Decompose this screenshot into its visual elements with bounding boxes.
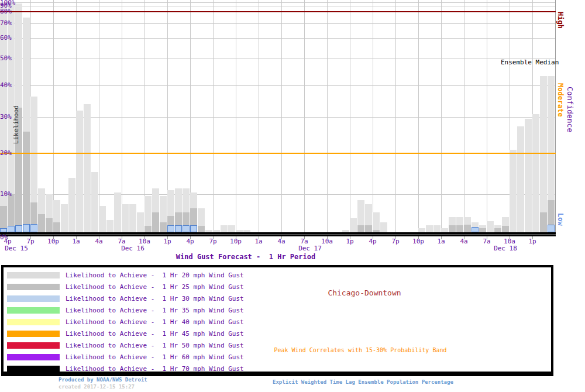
legend-swatch <box>7 354 60 360</box>
x-tick-label: 4p <box>369 238 376 245</box>
bar-25mph <box>144 226 152 232</box>
x-tick-label: 4p <box>186 238 194 245</box>
x-date-label: Dec 18 <box>494 245 517 252</box>
reference-line-80 <box>0 11 556 12</box>
v-gridline <box>213 0 214 232</box>
bar-20mph <box>525 119 532 232</box>
v-gridline <box>236 0 236 232</box>
bar-30mph <box>15 225 22 232</box>
x-tick-label: 1p <box>163 238 171 245</box>
location-label: Chicago-Downtown <box>280 288 449 297</box>
v-gridline <box>418 0 419 232</box>
y-tick-label: 80% <box>0 9 12 15</box>
bar-20mph <box>487 221 494 232</box>
x-date-label: Dec 15 <box>5 245 28 252</box>
x-date-label: Dec 16 <box>121 245 144 252</box>
plot-right-spine <box>555 0 556 232</box>
bar-20mph <box>76 111 83 232</box>
y-axis-label: Likelihood <box>12 105 20 144</box>
legend-row: Likelihood to Achieve - 1 Hr 35 mph Wind… <box>4 305 551 317</box>
legend-label: Likelihood to Achieve - 1 Hr 30 mph Wind… <box>66 295 244 302</box>
bar-30mph <box>8 226 15 232</box>
bar-20mph <box>99 206 106 232</box>
bar-25mph <box>357 225 364 232</box>
bar-20mph <box>532 114 539 232</box>
bar-25mph <box>502 226 509 232</box>
y-tick-label: 40% <box>0 82 12 88</box>
bar-25mph <box>46 218 53 232</box>
footer-method-note: Explicit Weighted Time Lag Ensemble Popu… <box>273 379 453 385</box>
legend-box: Likelihood to Achieve - 1 Hr 20 mph Wind… <box>1 265 553 376</box>
bar-20mph <box>517 126 524 232</box>
h-gridline <box>0 85 556 86</box>
x-axis-baseline <box>0 235 556 236</box>
bar-25mph <box>198 226 205 232</box>
wind-gust-forecast-page: { "chart_data": { "type": "bar", "title"… <box>0 0 585 392</box>
x-tick-label: 10p <box>47 238 59 245</box>
bar-20mph <box>441 228 448 232</box>
x-tick-label: 1a <box>72 238 80 245</box>
x-tick-label: 4a <box>277 238 285 245</box>
bar-20mph <box>373 212 380 232</box>
bar-20mph <box>540 76 547 232</box>
chart-title: Wind Gust Forecast - 1 Hr Period <box>0 253 491 261</box>
x-tick-label: 7a <box>483 238 490 245</box>
h-gridline <box>0 6 556 6</box>
x-tick-label: 7p <box>391 238 399 245</box>
confidence-low-label: Low <box>556 213 565 226</box>
v-gridline <box>281 0 282 232</box>
bar-20mph <box>228 225 235 232</box>
legend-label: Likelihood to Achieve - 1 Hr 45 mph Wind… <box>66 330 244 338</box>
bar-25mph <box>494 228 501 232</box>
x-tick-label: 1a <box>437 238 445 245</box>
v-gridline <box>373 0 373 232</box>
confidence-high-label: High <box>556 12 565 29</box>
y-tick-label: 0% <box>0 235 8 240</box>
legend-swatch <box>7 284 60 290</box>
bar-20mph <box>129 204 136 232</box>
bar-20mph <box>114 192 121 232</box>
v-gridline <box>350 0 350 232</box>
bar-30mph <box>167 225 174 232</box>
x-date-label: Dec 17 <box>298 245 322 252</box>
legend-label: Likelihood to Achieve - 1 Hr 40 mph Wind… <box>66 318 244 326</box>
legend-swatch <box>7 307 60 314</box>
bar-30mph <box>183 225 190 232</box>
legend-row: Likelihood to Achieve - 1 Hr 45 mph Wind… <box>4 328 551 340</box>
bar-25mph <box>540 212 547 232</box>
x-tick-label: 10p <box>230 238 242 245</box>
bar-30mph <box>23 224 30 232</box>
legend-row: Likelihood to Achieve - 1 Hr 20 mph Wind… <box>4 270 551 281</box>
legend-row: Likelihood to Achieve - 1 Hr 30 mph Wind… <box>4 293 551 305</box>
v-gridline <box>304 0 305 232</box>
bar-20mph <box>91 172 98 232</box>
h-gridline <box>0 38 556 39</box>
bar-20mph <box>84 104 91 232</box>
legend-swatch <box>7 319 60 325</box>
bar-30mph <box>190 225 197 232</box>
bar-20mph <box>426 225 433 232</box>
legend-label: Likelihood to Achieve - 1 Hr 35 mph Wind… <box>66 307 244 314</box>
y-tick-label: 60% <box>0 35 12 41</box>
v-gridline <box>441 0 442 232</box>
legend-row: Likelihood to Achieve - 1 Hr 60 mph Wind… <box>4 352 551 363</box>
bar-20mph <box>380 222 387 232</box>
v-gridline <box>395 0 396 232</box>
bar-25mph <box>464 225 471 232</box>
legend-row: Likelihood to Achieve - 1 Hr 40 mph Wind… <box>4 317 551 328</box>
bar-25mph <box>160 222 167 232</box>
x-tick-label: 1p <box>528 238 536 245</box>
peak-wind-note: Peak Wind Correlates with 15-30% Probabi… <box>226 347 495 353</box>
bar-25mph <box>456 225 463 232</box>
reference-line-20 <box>0 153 556 154</box>
y-tick-label: 70% <box>0 20 12 26</box>
ensemble-median-label: Ensemble Median <box>501 59 559 66</box>
bar-25mph <box>38 214 45 232</box>
legend-label: Likelihood to Achieve - 1 Hr 25 mph Wind… <box>66 283 244 291</box>
legend-swatch <box>7 331 60 337</box>
x-tick-label: 10a <box>321 238 333 245</box>
bar-20mph <box>350 218 357 232</box>
bar-20mph <box>122 204 129 232</box>
legend-swatch <box>7 272 60 278</box>
h-gridline <box>0 2 556 3</box>
